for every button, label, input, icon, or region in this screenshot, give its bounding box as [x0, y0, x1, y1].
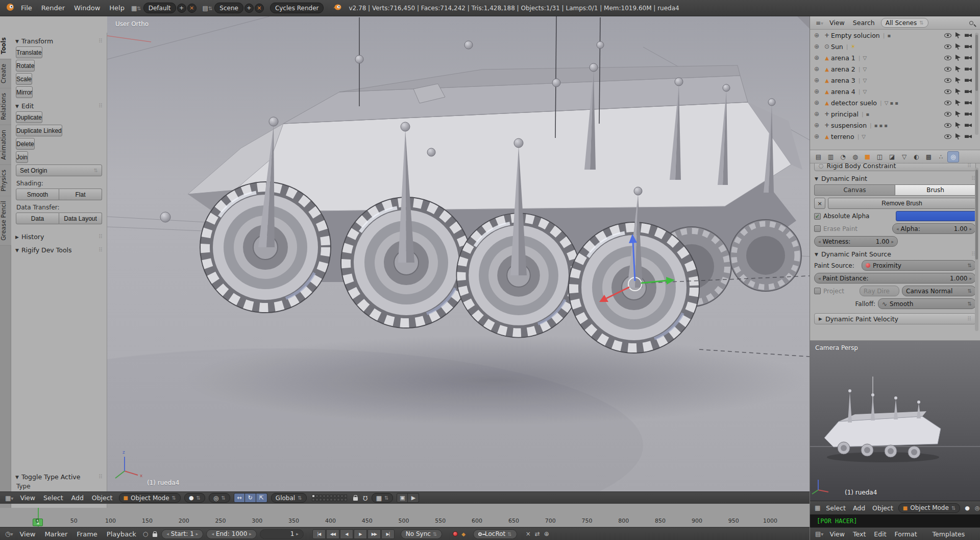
selectability-cursor-icon[interactable]: [955, 133, 961, 139]
visibility-eye-icon[interactable]: [944, 33, 951, 38]
menu-templates[interactable]: Templates: [928, 530, 969, 538]
toolshelf-tab-animation[interactable]: Animation: [0, 125, 11, 165]
render-engine-selector[interactable]: Cycles Render: [270, 3, 324, 13]
snap-element-dropdown[interactable]: ▦⇅: [372, 493, 394, 503]
menu-select[interactable]: Select: [822, 504, 849, 512]
layer-cell[interactable]: [337, 495, 340, 498]
translate-button[interactable]: Translate: [16, 46, 42, 58]
outliner-item-suspension[interactable]: ⊕+suspension|▪▪▪: [810, 120, 980, 131]
outliner-item-arena-2[interactable]: ⊕▲arena 2|▽: [810, 63, 980, 75]
canvas-normal-dropdown[interactable]: Canvas Normal⇅: [902, 286, 976, 296]
start-frame-field[interactable]: ◂Start:1▸: [161, 529, 203, 539]
remove-brush-x-icon[interactable]: ×: [814, 198, 825, 209]
renderability-camera-icon[interactable]: [965, 67, 972, 72]
next-keyframe-icon[interactable]: ▶▶: [368, 529, 381, 539]
jump-to-end-icon[interactable]: ▶|: [381, 529, 395, 539]
editor-type-icon[interactable]: ▦: [813, 504, 822, 511]
properties-tab-constraints[interactable]: ◫: [874, 151, 886, 162]
toolshelf-tab-tools[interactable]: Tools: [0, 33, 11, 59]
layer-cell[interactable]: [323, 498, 326, 501]
rotate-button[interactable]: Rotate: [16, 60, 35, 72]
renderability-camera-icon[interactable]: [965, 134, 972, 139]
screen-layout-selector[interactable]: Default: [143, 3, 176, 13]
selectability-cursor-icon[interactable]: [955, 32, 961, 38]
menu-file[interactable]: File: [16, 4, 37, 12]
menu-select[interactable]: Select: [39, 494, 67, 502]
outliner-item-detector-suelo[interactable]: ⊕▲detector suelo|▽▪▪: [810, 97, 980, 108]
shading-flat-button[interactable]: Flat: [59, 189, 102, 200]
panel-grip-icon[interactable]: ⠿: [99, 474, 103, 480]
editor-type-icon[interactable]: ◷▾: [3, 530, 15, 537]
visibility-eye-icon[interactable]: [944, 89, 951, 94]
properties-tab-scene[interactable]: ◔: [837, 151, 849, 162]
layer-cell[interactable]: [344, 495, 347, 498]
menu-playback[interactable]: Playback: [102, 530, 141, 538]
menu-format[interactable]: Format: [891, 530, 921, 538]
wetness-slider[interactable]: ◂Wetness:1.00▸: [814, 236, 898, 247]
outliner-item-empty-solucion[interactable]: ⊕+Empty solucion|▪: [810, 30, 980, 41]
scale-manipulator-icon[interactable]: ⇱: [256, 493, 267, 503]
visibility-eye-icon[interactable]: [944, 67, 951, 72]
screen-layout-browse-icon[interactable]: ▦⇅: [129, 5, 143, 12]
menu-object[interactable]: Object: [88, 494, 117, 502]
insert-keyframe-icon[interactable]: ⇄: [533, 530, 542, 537]
properties-tab-physics[interactable]: ◎: [947, 151, 959, 162]
visibility-eye-icon[interactable]: [944, 56, 951, 60]
outliner-scrollbar[interactable]: [975, 33, 978, 135]
expand-icon[interactable]: ⊕: [814, 99, 823, 106]
opengl-render-anim-icon[interactable]: ▶: [408, 493, 419, 503]
properties-tab-data[interactable]: ▽: [898, 151, 910, 162]
paint-color-field[interactable]: [896, 211, 976, 221]
layer-cell[interactable]: [312, 498, 315, 501]
menu-add[interactable]: Add: [67, 494, 88, 502]
menu-help[interactable]: Help: [105, 4, 129, 12]
dynamic-paint-source-panel-header[interactable]: ▼Dynamic Paint Source⠿: [815, 250, 975, 258]
outliner-item-sun[interactable]: ⊕⊙Sun|☀: [810, 41, 980, 52]
current-frame-field[interactable]: 1▸: [260, 529, 304, 539]
selectability-cursor-icon[interactable]: [955, 66, 961, 72]
panel-grip-icon[interactable]: ⠿: [99, 247, 103, 253]
scene-selector[interactable]: Scene: [214, 3, 243, 13]
erase-paint-checkbox[interactable]: [814, 225, 821, 232]
alpha-slider[interactable]: ◂Alpha:1.00▸: [892, 223, 976, 234]
mode-dropdown[interactable]: ■Object Mode⇅: [119, 493, 181, 503]
edit-panel-header[interactable]: ▼Edit⠿: [15, 102, 103, 110]
transform-panel-header[interactable]: ▼Transform⠿: [15, 37, 103, 45]
properties-tab-render-layers[interactable]: ▥: [825, 151, 837, 162]
opengl-render-icon[interactable]: ▣: [397, 493, 408, 503]
properties-scrollbar[interactable]: [975, 168, 978, 331]
renderability-camera-icon[interactable]: [965, 56, 972, 60]
menu-view[interactable]: View: [15, 530, 40, 538]
add-layout-button[interactable]: +: [177, 4, 186, 13]
properties-tab-texture[interactable]: ▩: [923, 151, 935, 162]
selectability-cursor-icon[interactable]: [955, 88, 961, 95]
menu-marker[interactable]: Marker: [40, 530, 72, 538]
scene-browse-icon[interactable]: ▤⇅: [201, 5, 215, 12]
outliner-item-arena-4[interactable]: ⊕▲arena 4|▽: [810, 86, 980, 97]
layer-cell[interactable]: [340, 495, 344, 498]
expand-icon[interactable]: ⊕: [814, 122, 823, 129]
menu-text[interactable]: Text: [849, 530, 870, 538]
editor-type-icon[interactable]: ≡▾: [814, 19, 825, 27]
visibility-eye-icon[interactable]: [944, 44, 951, 49]
camera-preview-viewport[interactable]: Camera Persp (1) rueda4 ▦ SelectAddObjec…: [810, 341, 980, 514]
keying-set-dropdown[interactable]: LocRot⇅: [473, 529, 517, 539]
visibility-eye-icon[interactable]: [944, 78, 951, 83]
rotate-manipulator-icon[interactable]: ↻: [245, 493, 256, 503]
outliner-item-principal[interactable]: ⊕+principal|▪: [810, 108, 980, 120]
expand-icon[interactable]: ⊕: [814, 54, 823, 61]
preview-range-icon[interactable]: ○: [141, 530, 150, 537]
panel-grip-icon[interactable]: ⠿: [967, 163, 971, 169]
layer-cell[interactable]: [315, 498, 318, 501]
data-layout-button[interactable]: Data Layout: [59, 213, 102, 224]
visibility-eye-icon[interactable]: [944, 123, 951, 128]
menu-window[interactable]: Window: [69, 4, 105, 12]
keying-mode-icon[interactable]: ◆: [460, 531, 467, 537]
outliner-item-terreno[interactable]: ⊕▲terreno|▽: [810, 131, 980, 142]
outliner-item-arena-3[interactable]: ⊕▲arena 3|▽: [810, 75, 980, 86]
delete-scene-button[interactable]: ×: [255, 4, 264, 13]
properties-tab-render[interactable]: ▤: [813, 151, 824, 162]
viewport-3d[interactable]: x z User Ortho (1) rueda4: [107, 16, 810, 491]
dp-type-brush[interactable]: Brush: [895, 184, 976, 196]
paint-source-dropdown[interactable]: Proximity⇅: [862, 260, 976, 271]
